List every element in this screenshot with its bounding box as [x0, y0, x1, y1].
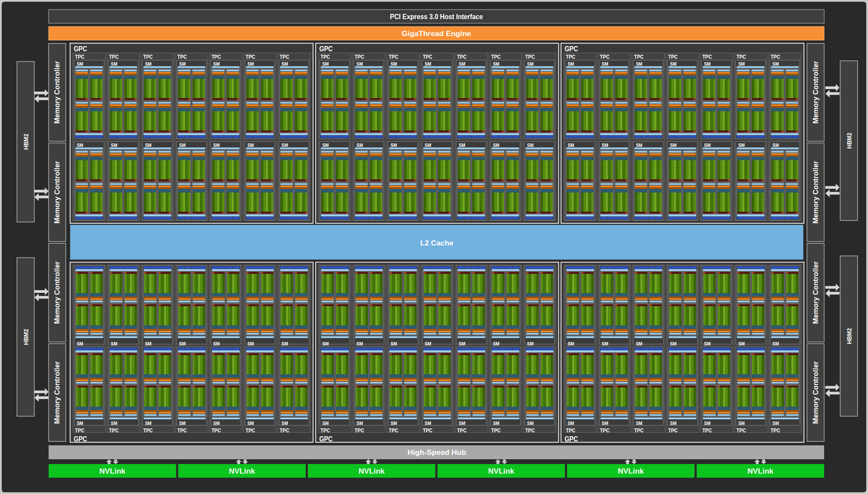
svg-text:Memory Controller: Memory Controller: [53, 361, 61, 424]
svg-text:SM: SM: [459, 143, 465, 148]
svg-text:TPC: TPC: [771, 428, 780, 434]
svg-text:TPC: TPC: [566, 54, 575, 60]
svg-text:TPC: TPC: [600, 428, 610, 434]
svg-text:SM: SM: [527, 61, 534, 66]
svg-text:SM: SM: [77, 61, 83, 66]
svg-text:GigaThread Engine: GigaThread Engine: [402, 30, 471, 38]
svg-text:SM: SM: [772, 341, 779, 346]
svg-text:Memory Controller: Memory Controller: [812, 161, 819, 224]
svg-text:TPC: TPC: [491, 428, 501, 434]
svg-text:NVLink: NVLink: [359, 467, 385, 475]
svg-text:SM: SM: [322, 421, 329, 426]
svg-text:SM: SM: [322, 61, 329, 66]
svg-text:TPC: TPC: [457, 428, 466, 434]
svg-text:SM: SM: [425, 61, 431, 66]
svg-text:TPC: TPC: [423, 428, 432, 434]
svg-text:SM: SM: [390, 341, 397, 346]
svg-text:SM: SM: [493, 421, 499, 426]
svg-text:SM: SM: [459, 421, 465, 426]
svg-text:SM: SM: [145, 421, 152, 426]
svg-text:GPC: GPC: [564, 435, 578, 443]
svg-text:SM: SM: [459, 341, 465, 346]
svg-text:SM: SM: [77, 421, 83, 426]
svg-text:SM: SM: [636, 61, 642, 66]
svg-text:TPC: TPC: [143, 428, 153, 434]
svg-text:TPC: TPC: [702, 54, 712, 60]
svg-text:SM: SM: [390, 61, 397, 66]
svg-text:SM: SM: [248, 421, 254, 426]
svg-text:TPC: TPC: [702, 428, 712, 434]
svg-text:GPC: GPC: [74, 45, 87, 53]
svg-text:SM: SM: [670, 341, 677, 346]
svg-text:SM: SM: [527, 143, 534, 148]
svg-text:SM: SM: [772, 61, 779, 66]
svg-text:TPC: TPC: [389, 428, 398, 434]
svg-text:HBM2: HBM2: [845, 133, 853, 149]
svg-text:SM: SM: [213, 143, 220, 148]
svg-text:SM: SM: [145, 143, 152, 148]
svg-text:SM: SM: [179, 143, 186, 148]
svg-text:SM: SM: [602, 341, 608, 346]
svg-text:SM: SM: [568, 61, 574, 66]
svg-text:TPC: TPC: [771, 54, 780, 60]
svg-text:SM: SM: [493, 341, 499, 346]
svg-text:TPC: TPC: [246, 54, 255, 60]
svg-text:TPC: TPC: [211, 54, 221, 60]
svg-text:SM: SM: [248, 61, 254, 66]
svg-text:SM: SM: [322, 143, 329, 148]
svg-text:SM: SM: [772, 143, 779, 148]
svg-text:NVLink: NVLink: [488, 467, 515, 475]
svg-text:L2 Cache: L2 Cache: [420, 239, 454, 247]
svg-text:SM: SM: [704, 61, 711, 66]
svg-text:HBM2: HBM2: [22, 134, 30, 150]
svg-text:PCI Express 3.0 Host Interface: PCI Express 3.0 Host Interface: [390, 13, 483, 21]
svg-text:TPC: TPC: [143, 54, 153, 60]
svg-text:SM: SM: [425, 341, 431, 346]
svg-text:NVLink: NVLink: [99, 467, 126, 475]
svg-text:TPC: TPC: [211, 428, 221, 434]
svg-text:TPC: TPC: [525, 54, 535, 60]
svg-text:TPC: TPC: [736, 428, 746, 434]
svg-text:SM: SM: [738, 421, 745, 426]
svg-text:SM: SM: [179, 341, 186, 346]
svg-text:Memory Controller: Memory Controller: [53, 61, 61, 124]
svg-text:SM: SM: [390, 143, 397, 148]
svg-text:GPC: GPC: [74, 435, 87, 443]
svg-text:SM: SM: [281, 143, 288, 148]
svg-text:GPC: GPC: [319, 435, 333, 443]
svg-text:TPC: TPC: [423, 54, 432, 60]
svg-text:SM: SM: [670, 61, 677, 66]
svg-text:TPC: TPC: [525, 428, 535, 434]
svg-text:SM: SM: [670, 421, 677, 426]
svg-text:TPC: TPC: [320, 54, 330, 60]
svg-text:SM: SM: [111, 421, 117, 426]
svg-text:SM: SM: [670, 143, 677, 148]
svg-text:TPC: TPC: [634, 428, 644, 434]
svg-text:TPC: TPC: [668, 54, 678, 60]
svg-text:TPC: TPC: [566, 428, 575, 434]
svg-text:SM: SM: [322, 341, 329, 346]
svg-text:TPC: TPC: [736, 54, 746, 60]
svg-text:Memory Controller: Memory Controller: [53, 261, 61, 324]
svg-text:SM: SM: [145, 61, 152, 66]
svg-text:SM: SM: [390, 421, 397, 426]
svg-text:HBM2: HBM2: [845, 328, 853, 344]
svg-text:SM: SM: [704, 341, 711, 346]
svg-text:SM: SM: [636, 421, 642, 426]
svg-text:SM: SM: [636, 341, 642, 346]
svg-text:SM: SM: [145, 341, 152, 346]
svg-text:SM: SM: [77, 341, 83, 346]
svg-text:TPC: TPC: [668, 428, 678, 434]
svg-text:SM: SM: [111, 341, 117, 346]
svg-text:Memory Controller: Memory Controller: [812, 361, 819, 424]
svg-text:NVLink: NVLink: [229, 467, 255, 475]
svg-text:SM: SM: [281, 341, 288, 346]
svg-text:SM: SM: [527, 341, 534, 346]
svg-text:SM: SM: [704, 421, 711, 426]
svg-text:SM: SM: [77, 143, 83, 148]
svg-text:SM: SM: [179, 61, 186, 66]
svg-text:TPC: TPC: [634, 54, 644, 60]
svg-text:SM: SM: [213, 421, 220, 426]
svg-text:SM: SM: [213, 341, 220, 346]
svg-text:SM: SM: [111, 61, 117, 66]
